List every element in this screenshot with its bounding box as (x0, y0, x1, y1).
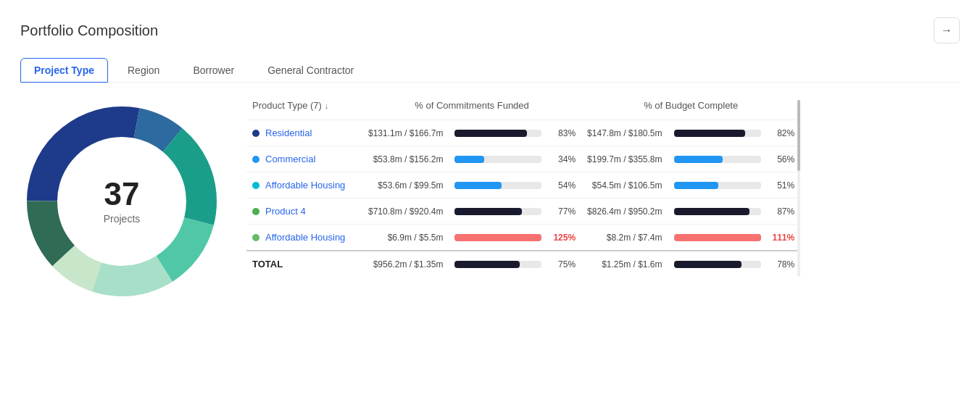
col-product-type[interactable]: Product Type (7) ↓ (246, 100, 362, 120)
tab-region[interactable]: Region (114, 58, 173, 83)
bc-pct: 56% (767, 146, 801, 172)
total-cf-amount: $956.2m / $1.35m (362, 251, 449, 277)
total-bc-amount: $1.25m / $1.6m (581, 251, 668, 277)
total-row: TOTAL $956.2m / $1.35m 75% $1.25m / $1.6… (246, 251, 800, 277)
bc-bar (668, 146, 767, 172)
donut-chart: 37 Projects (20, 100, 223, 303)
donut-count: 37 (104, 178, 141, 210)
product-name-cell: Product 4 (246, 198, 362, 225)
sort-icon: ↓ (325, 101, 329, 110)
cf-amount: $6.9m / $5.5m (362, 225, 449, 251)
bc-pct: 82% (767, 120, 801, 146)
bc-bar (668, 172, 767, 198)
product-label: Affordable Housing (265, 180, 345, 191)
cf-bar (449, 198, 547, 225)
table-row: Affordable Housing $53.6m / $99.5m 54% $… (246, 172, 800, 198)
bc-amount: $199.7m / $355.8m (581, 146, 668, 172)
cf-pct: 83% (547, 120, 581, 146)
cf-pct: 54% (547, 172, 581, 198)
table-row: Commercial $53.8m / $156.2m 34% $199.7m … (246, 146, 800, 172)
product-dot (252, 156, 259, 163)
tab-borrower[interactable]: Borrower (179, 58, 248, 83)
donut-label: 37 Projects (104, 178, 141, 225)
table-row: Affordable Housing $6.9m / $5.5m 125% $8… (246, 225, 800, 251)
navigate-arrow-button[interactable]: → (934, 17, 960, 43)
tab-general-contractor[interactable]: General Contractor (254, 58, 368, 83)
data-table: Product Type (7) ↓ % of Commitments Fund… (246, 100, 800, 277)
donut-subtitle: Projects (104, 213, 141, 225)
cf-pct: 34% (547, 146, 581, 172)
product-label: Product 4 (265, 206, 306, 217)
product-name-cell: Residential (246, 120, 362, 146)
table-row: Product 4 $710.8m / $920.4m 77% $826.4m … (246, 198, 800, 225)
portfolio-composition-panel: Portfolio Composition → Project Type Reg… (0, 0, 980, 320)
main-content: 37 Projects Product Type (7) ↓ (20, 100, 960, 303)
tab-project-type[interactable]: Project Type (20, 58, 108, 83)
bc-pct: 51% (767, 172, 801, 198)
col-budget-complete: % of Budget Complete (581, 100, 800, 120)
total-bc-bar (668, 251, 767, 277)
table-header-row: Product Type (7) ↓ % of Commitments Fund… (246, 100, 800, 120)
bc-pct: 87% (767, 198, 801, 225)
bc-amount: $147.8m / $180.5m (581, 120, 668, 146)
cf-bar (449, 172, 547, 198)
cf-amount: $131.1m / $166.7m (362, 120, 449, 146)
product-name-cell: Affordable Housing (246, 172, 362, 198)
product-dot (252, 208, 259, 215)
page-title: Portfolio Composition (20, 22, 158, 39)
product-name-cell: Commercial (246, 146, 362, 172)
bc-bar (668, 198, 767, 225)
cf-bar (449, 225, 547, 251)
cf-bar (449, 146, 547, 172)
product-name-cell: Affordable Housing (246, 225, 362, 251)
product-label: Commercial (265, 154, 315, 164)
total-bc-pct: 78% (767, 251, 801, 277)
tab-bar: Project Type Region Borrower General Con… (20, 58, 960, 83)
cf-amount: $710.8m / $920.4m (362, 198, 449, 225)
cf-amount: $53.8m / $156.2m (362, 146, 449, 172)
bc-pct: 111% (767, 225, 801, 251)
bc-bar (668, 120, 767, 146)
bc-bar (668, 225, 767, 251)
cf-pct: 77% (547, 198, 581, 225)
product-dot (252, 182, 259, 189)
bc-amount: $54.5m / $106.5m (581, 172, 668, 198)
total-label: TOTAL (246, 251, 362, 277)
cf-amount: $53.6m / $99.5m (362, 172, 449, 198)
product-dot (252, 234, 259, 241)
total-cf-pct: 75% (547, 251, 581, 277)
product-dot (252, 130, 259, 137)
header-row: Portfolio Composition → (20, 17, 960, 43)
scrollbar[interactable] (797, 100, 800, 277)
total-cf-bar (449, 251, 547, 277)
product-label: Residential (265, 128, 312, 138)
data-table-container: Product Type (7) ↓ % of Commitments Fund… (246, 100, 800, 277)
bc-amount: $8.2m / $7.4m (581, 225, 668, 251)
scrollbar-thumb (797, 100, 800, 171)
product-label: Affordable Housing (265, 232, 345, 243)
cf-bar (449, 120, 547, 146)
cf-pct: 125% (547, 225, 581, 251)
table-row: Residential $131.1m / $166.7m 83% $147.8… (246, 120, 800, 146)
bc-amount: $826.4m / $950.2m (581, 198, 668, 225)
col-commitments-funded: % of Commitments Funded (362, 100, 581, 120)
